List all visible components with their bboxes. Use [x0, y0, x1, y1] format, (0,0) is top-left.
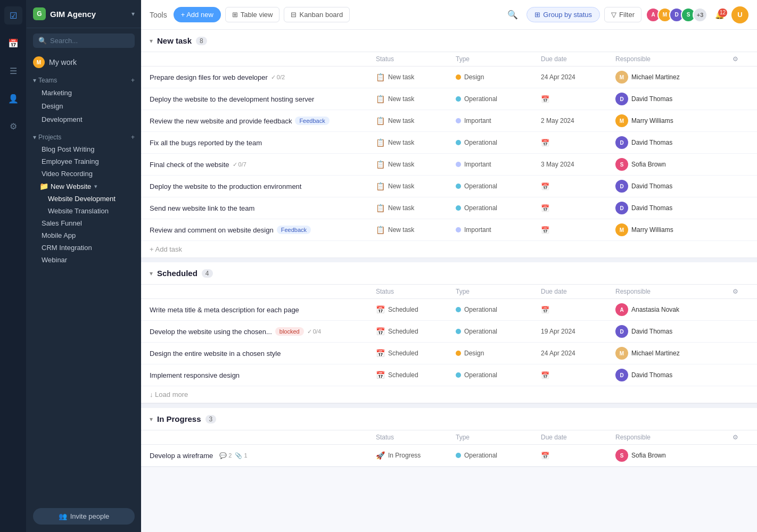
- sidebar-project-crm[interactable]: CRM Integration: [33, 242, 135, 254]
- group-by-button[interactable]: ⊞ Group by status: [526, 7, 600, 22]
- notification-button[interactable]: 🔔 12: [712, 9, 727, 21]
- sidebar-project-video[interactable]: Video Recording: [33, 168, 135, 180]
- status-cell: 📋New task: [376, 138, 456, 147]
- table-row[interactable]: Send new website link to the team 📋New t…: [141, 197, 757, 219]
- responsible-cell: MMichael Martinez: [615, 347, 733, 360]
- group-by-icon: ⊞: [534, 11, 540, 19]
- table-row[interactable]: Deploy the website to the development ho…: [141, 88, 757, 110]
- group-header-in-progress[interactable]: ▾ In Progress 3: [141, 408, 757, 430]
- sidebar-item-development[interactable]: Development: [33, 113, 135, 126]
- toolbar: Tools + Add new ⊞ Table view ⊟ Kanban bo…: [141, 0, 757, 30]
- col-actions-header: ⚙: [733, 55, 748, 63]
- kanban-board-button[interactable]: ⊟ Kanban board: [284, 7, 350, 22]
- group-chevron-in-progress: ▾: [150, 415, 153, 423]
- task-name: Review the new website and provide feedb…: [150, 117, 376, 125]
- table-row[interactable]: Fix all the bugs reported by the team 📋N…: [141, 132, 757, 154]
- add-task-button[interactable]: + Add task: [141, 241, 757, 257]
- type-cell: Design: [456, 350, 541, 357]
- filter-button[interactable]: ▽ Filter: [604, 7, 641, 22]
- col-headers-new-task: Status Type Due date Responsible ⚙: [141, 52, 757, 66]
- teams-header[interactable]: ▾ Teams +: [33, 77, 135, 84]
- status-cell: 📅Scheduled: [376, 349, 456, 358]
- table-row[interactable]: Implement responsive design 📅Scheduled O…: [141, 364, 757, 386]
- table-row[interactable]: Develop a wireframe 💬 2 📎 1 🚀In Progress…: [141, 445, 757, 467]
- sidebar-project-mobile[interactable]: Mobile App: [33, 229, 135, 242]
- table-row[interactable]: Design the entire website in a chosen st…: [141, 343, 757, 364]
- projects-header[interactable]: ▾ Projects +: [33, 134, 135, 141]
- sidebar-project-sales[interactable]: Sales Funnel: [33, 217, 135, 229]
- nav-person-icon[interactable]: 👤: [4, 89, 22, 107]
- type-cell: Operational: [456, 182, 541, 190]
- sidebar-header[interactable]: G GIM Agency ▾: [27, 0, 141, 28]
- feedback-badge: Feedback: [295, 117, 329, 125]
- group-header-scheduled[interactable]: ▾ Scheduled 4: [141, 262, 757, 285]
- table-row[interactable]: Review and comment on website design Fee…: [141, 219, 757, 241]
- teams-section: ▾ Teams + Marketing Design Development: [27, 71, 141, 128]
- search-input[interactable]: 🔍 Search...: [33, 34, 135, 48]
- due-cell: 24 Apr 2024: [541, 73, 615, 81]
- task-name: Fix all the bugs reported by the team: [150, 139, 376, 147]
- invite-people-button[interactable]: 👥 Invite people: [33, 508, 135, 525]
- col-name-header-s: [150, 288, 376, 295]
- table-view-icon: ⊞: [232, 11, 238, 19]
- col-headers-scheduled: Status Type Due date Responsible ⚙: [141, 285, 757, 299]
- sidebar-item-design[interactable]: Design: [33, 99, 135, 113]
- nav-calendar-icon[interactable]: 📅: [4, 34, 22, 52]
- responsible-cell: DDavid Thomas: [615, 369, 733, 381]
- projects-label: Projects: [38, 134, 61, 141]
- group-count-new-task: 8: [196, 37, 207, 45]
- due-cell: 📅: [541, 182, 615, 190]
- sidebar-project-employee[interactable]: Employee Training: [33, 155, 135, 168]
- responsible-cell: DDavid Thomas: [615, 325, 733, 338]
- search-icon: 🔍: [38, 37, 47, 45]
- table-row[interactable]: Deploy the website to the production env…: [141, 176, 757, 197]
- table-row[interactable]: Review the new website and provide feedb…: [141, 110, 757, 132]
- group-header-new-task[interactable]: ▾ New task 8: [141, 30, 757, 52]
- search-area: 🔍 Search...: [27, 28, 141, 53]
- sidebar-project-blog[interactable]: Blog Post Writing: [33, 143, 135, 155]
- col-type-header: Type: [456, 55, 541, 63]
- add-project-button[interactable]: +: [131, 134, 135, 141]
- app-logo: G: [33, 7, 46, 20]
- add-new-button[interactable]: + Add new: [174, 7, 221, 22]
- load-more-button[interactable]: ↓ Load more: [141, 386, 757, 403]
- col-actions-header-s: ⚙: [733, 288, 748, 295]
- add-team-button[interactable]: +: [131, 77, 135, 84]
- table-row[interactable]: Final check of the website ✓ 0/7 📋New ta…: [141, 154, 757, 176]
- sidebar-sub-website-dev[interactable]: Website Development: [33, 193, 135, 205]
- status-cell: 📋New task: [376, 182, 456, 190]
- nav-list-icon[interactable]: ☰: [4, 62, 22, 80]
- table-view-button[interactable]: ⊞ Table view: [225, 7, 280, 22]
- responsible-cell: DDavid Thomas: [615, 136, 733, 149]
- col-actions-header-ip: ⚙: [733, 434, 748, 441]
- type-cell: Operational: [456, 139, 541, 146]
- responsible-cell: DDavid Thomas: [615, 202, 733, 214]
- table-row[interactable]: Write meta title & meta description for …: [141, 299, 757, 321]
- due-cell: 📅: [541, 226, 615, 234]
- sidebar-item-marketing[interactable]: Marketing: [33, 86, 135, 99]
- invite-icon: 👥: [59, 512, 67, 520]
- table-row[interactable]: Develop the website using the chosen... …: [141, 321, 757, 343]
- task-name: Final check of the website ✓ 0/7: [150, 161, 376, 169]
- nav-settings-icon[interactable]: ⚙: [4, 117, 22, 135]
- my-work-item[interactable]: M My work: [27, 53, 141, 71]
- task-group-scheduled: ▾ Scheduled 4 Status Type Due date Respo…: [141, 262, 757, 404]
- task-name: Write meta title & meta description for …: [150, 306, 376, 314]
- type-cell: Operational: [456, 452, 541, 459]
- due-cell: 📅: [541, 95, 615, 103]
- sidebar-bottom: 👥 Invite people: [27, 501, 141, 532]
- search-button[interactable]: 🔍: [503, 7, 522, 22]
- blocked-badge: blocked: [275, 327, 304, 336]
- col-headers-in-progress: Status Type Due date Responsible ⚙: [141, 430, 757, 445]
- sidebar-project-webinar[interactable]: Webinar: [33, 254, 135, 266]
- user-avatars[interactable]: A M D S +3: [646, 7, 707, 22]
- col-due-header: Due date: [541, 55, 615, 63]
- sidebar-sub-website-trans[interactable]: Website Translation: [33, 205, 135, 217]
- responsible-cell: MMichael Martinez: [615, 71, 733, 84]
- table-row[interactable]: Prepare design files for web developer ✓…: [141, 66, 757, 88]
- user-profile-avatar[interactable]: U: [731, 6, 748, 23]
- type-cell: Important: [456, 226, 541, 234]
- status-cell: 📋New task: [376, 160, 456, 169]
- nav-tasks-icon[interactable]: ☑: [4, 6, 22, 24]
- sidebar-project-new-website[interactable]: 📁 New Website ▾: [33, 180, 135, 193]
